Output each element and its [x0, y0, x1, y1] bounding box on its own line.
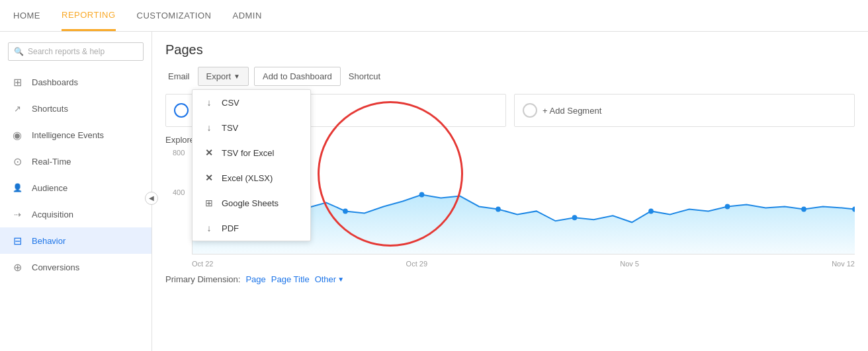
- chart-dot: [343, 208, 348, 214]
- export-pdf-label: PDF: [222, 223, 239, 233]
- dim-other-label: Other: [315, 274, 337, 284]
- sidebar: ◀ 🔍 Search reports & help ⊞ Dashboards ↗…: [0, 32, 152, 351]
- export-csv-label: CSV: [222, 98, 239, 108]
- sidebar-item-intelligence[interactable]: ◉ Intelligence Events: [0, 122, 152, 148]
- export-csv[interactable]: ↓ CSV: [193, 90, 310, 115]
- sidebar-collapse-button[interactable]: ◀: [145, 192, 158, 205]
- sidebar-item-label: Shortcuts: [32, 104, 68, 114]
- export-tsv-label: TSV: [222, 123, 238, 133]
- chart-dot: [801, 206, 806, 212]
- x-label-oct29: Oct 29: [406, 260, 427, 268]
- sidebar-item-label: Behavior: [32, 236, 65, 246]
- sidebar-item-dashboards[interactable]: ⊞ Dashboards: [0, 69, 152, 95]
- conversions-icon: ⊕: [11, 260, 24, 274]
- sidebar-item-label: Audience: [32, 183, 67, 193]
- sidebar-item-shortcuts[interactable]: ↗ Shortcuts: [0, 95, 152, 122]
- export-google-sheets[interactable]: ⊞ Google Sheets: [193, 190, 310, 215]
- segment-box-2[interactable]: + Add Segment: [514, 94, 855, 127]
- toolbar: Email Export ▼ Add to Dashboard Shortcut…: [165, 67, 855, 86]
- acquisition-icon: ⇢: [11, 208, 24, 221]
- page-title: Pages: [165, 42, 855, 58]
- nav-reporting[interactable]: REPORTING: [62, 1, 116, 31]
- sheets-icon: ⊞: [203, 197, 215, 209]
- sidebar-item-label: Dashboards: [32, 77, 78, 87]
- chart-dot: [572, 215, 578, 220]
- chevron-down-icon: ▼: [234, 73, 240, 80]
- dim-page-title-link[interactable]: Page Title: [271, 274, 310, 284]
- nav-admin[interactable]: ADMIN: [232, 1, 261, 30]
- y-label-800: 800: [173, 149, 185, 157]
- chart-x-labels: Oct 22 Oct 29 Nov 5 Nov 12: [192, 260, 855, 268]
- primary-dimension-row: Primary Dimension: Page Page Title Other…: [165, 274, 855, 284]
- tsv-excel-icon: ✕: [203, 147, 215, 159]
- tsv-icon: ↓: [203, 122, 215, 134]
- sidebar-item-behavior[interactable]: ⊟ Behavior: [0, 227, 152, 254]
- sidebar-item-label: Acquisition: [32, 210, 73, 219]
- top-navigation: HOME REPORTING CUSTOMIZATION ADMIN: [0, 0, 868, 32]
- intelligence-icon: ◉: [11, 128, 24, 141]
- nav-home[interactable]: HOME: [13, 1, 40, 30]
- dashboards-icon: ⊞: [11, 75, 24, 89]
- sidebar-item-audience[interactable]: 👤 Audience: [0, 175, 152, 201]
- add-segment-circle: [523, 103, 537, 118]
- chart-dot: [419, 192, 425, 198]
- audience-icon: 👤: [11, 181, 24, 194]
- chart-dot: [496, 206, 501, 212]
- main-layout: ◀ 🔍 Search reports & help ⊞ Dashboards ↗…: [0, 32, 868, 351]
- behavior-icon: ⊟: [11, 234, 24, 247]
- dim-other-dropdown[interactable]: Other ▼: [315, 274, 344, 284]
- x-label-nov5: Nov 5: [620, 260, 639, 268]
- export-button[interactable]: Export ▼: [198, 67, 249, 86]
- export-tsv[interactable]: ↓ TSV: [193, 115, 310, 140]
- y-label-400: 400: [173, 188, 185, 196]
- add-to-dashboard-button[interactable]: Add to Dashboard: [254, 67, 341, 86]
- sidebar-item-conversions[interactable]: ⊕ Conversions: [0, 254, 152, 280]
- x-label-oct22: Oct 22: [192, 260, 213, 268]
- add-segment-label: + Add Segment: [542, 106, 601, 116]
- csv-icon: ↓: [203, 97, 215, 108]
- add-to-dashboard-label: Add to Dashboard: [263, 71, 332, 81]
- export-excel[interactable]: ✕ Excel (XLSX): [193, 165, 310, 190]
- export-tsv-excel[interactable]: ✕ TSV for Excel: [193, 140, 310, 165]
- nav-customization[interactable]: CUSTOMIZATION: [137, 1, 212, 30]
- sidebar-item-label: Intelligence Events: [32, 130, 104, 140]
- excel-icon: ✕: [203, 172, 215, 184]
- shortcuts-icon: ↗: [11, 102, 24, 115]
- sidebar-search[interactable]: 🔍 Search reports & help: [8, 42, 144, 61]
- sidebar-item-acquisition[interactable]: ⇢ Acquisition: [0, 201, 152, 227]
- realtime-icon: ⊙: [11, 155, 24, 168]
- export-pdf[interactable]: ↓ PDF: [193, 215, 310, 241]
- search-icon: 🔍: [14, 47, 24, 56]
- export-tsv-excel-label: TSV for Excel: [222, 148, 274, 158]
- export-dropdown: ↓ CSV ↓ TSV ✕ TSV for Excel ✕ Excel (XLS…: [192, 89, 311, 241]
- pdf-icon: ↓: [203, 222, 215, 234]
- export-sheets-label: Google Sheets: [222, 198, 279, 208]
- chevron-down-icon: ▼: [337, 276, 344, 283]
- content-area: Pages Email Export ▼ Add to Dashboard Sh…: [152, 32, 868, 351]
- primary-dim-label: Primary Dimension:: [165, 274, 240, 284]
- sidebar-item-label: Conversions: [32, 262, 79, 272]
- sidebar-item-label: Real-Time: [32, 157, 71, 167]
- shortcut-button[interactable]: Shortcut: [346, 67, 383, 85]
- x-label-nov12: Nov 12: [832, 260, 855, 268]
- dim-page-link[interactable]: Page: [245, 274, 265, 284]
- chart-dot: [648, 208, 654, 214]
- sidebar-item-realtime[interactable]: ⊙ Real-Time: [0, 148, 152, 175]
- export-excel-label: Excel (XLSX): [222, 173, 273, 183]
- chart-dot: [725, 204, 730, 209]
- email-button[interactable]: Email: [165, 67, 193, 85]
- segment-circle: [174, 103, 189, 118]
- export-label: Export: [206, 71, 232, 81]
- search-placeholder: Search reports & help: [28, 47, 105, 56]
